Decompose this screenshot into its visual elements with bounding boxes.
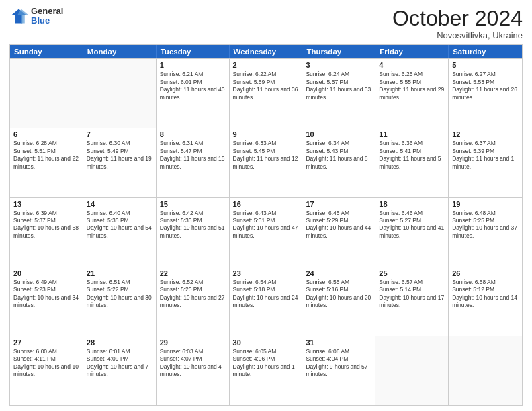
day-info: Sunrise: 6:43 AM Sunset: 5:31 PM Dayligh… (233, 210, 299, 240)
cal-cell: 2Sunrise: 6:22 AM Sunset: 5:59 PM Daylig… (230, 59, 303, 128)
cal-cell: 30Sunrise: 6:05 AM Sunset: 4:06 PM Dayli… (230, 336, 303, 405)
cal-cell (10, 59, 83, 128)
day-number: 22 (160, 269, 226, 277)
day-info: Sunrise: 6:33 AM Sunset: 5:45 PM Dayligh… (233, 140, 299, 171)
subtitle: Novosvitlivka, Ukraine (392, 30, 523, 40)
day-number: 6 (13, 130, 79, 138)
day-info: Sunrise: 6:01 AM Sunset: 4:09 PM Dayligh… (87, 348, 152, 379)
day-number: 25 (379, 269, 445, 277)
day-info: Sunrise: 6:00 AM Sunset: 4:11 PM Dayligh… (13, 348, 79, 379)
cal-header-cell-wednesday: Wednesday (230, 45, 303, 58)
day-number: 21 (87, 269, 152, 277)
cal-week-2: 6Sunrise: 6:28 AM Sunset: 5:51 PM Daylig… (10, 128, 522, 197)
day-info: Sunrise: 6:21 AM Sunset: 6:01 PM Dayligh… (160, 71, 226, 101)
day-number: 16 (233, 200, 299, 208)
day-number: 3 (306, 61, 371, 69)
day-number: 11 (379, 130, 445, 138)
day-info: Sunrise: 6:46 AM Sunset: 5:27 PM Dayligh… (379, 210, 445, 240)
cal-cell: 1Sunrise: 6:21 AM Sunset: 6:01 PM Daylig… (157, 59, 230, 128)
cal-cell: 25Sunrise: 6:57 AM Sunset: 5:14 PM Dayli… (375, 267, 449, 336)
day-number: 12 (452, 130, 519, 138)
day-number: 10 (306, 130, 371, 138)
cal-cell: 19Sunrise: 6:48 AM Sunset: 5:25 PM Dayli… (449, 198, 522, 267)
day-number: 14 (87, 200, 152, 208)
day-number: 28 (87, 338, 152, 347)
day-info: Sunrise: 6:57 AM Sunset: 5:14 PM Dayligh… (379, 279, 445, 310)
logo: General Blue (9, 7, 63, 26)
day-number: 13 (13, 200, 79, 208)
cal-header-cell-saturday: Saturday (449, 45, 522, 58)
cal-cell: 28Sunrise: 6:01 AM Sunset: 4:09 PM Dayli… (83, 336, 157, 405)
day-number: 8 (160, 130, 226, 138)
calendar-header-row: SundayMondayTuesdayWednesdayThursdayFrid… (10, 45, 522, 58)
day-info: Sunrise: 6:52 AM Sunset: 5:20 PM Dayligh… (160, 279, 226, 310)
day-number: 23 (233, 269, 299, 277)
cal-cell: 14Sunrise: 6:40 AM Sunset: 5:35 PM Dayli… (83, 198, 157, 267)
day-number: 30 (233, 338, 299, 347)
cal-cell: 12Sunrise: 6:37 AM Sunset: 5:39 PM Dayli… (449, 128, 522, 197)
day-info: Sunrise: 6:25 AM Sunset: 5:55 PM Dayligh… (379, 71, 445, 101)
logo-general-text: General (31, 7, 63, 16)
cal-header-cell-sunday: Sunday (10, 45, 83, 58)
cal-week-4: 20Sunrise: 6:49 AM Sunset: 5:23 PM Dayli… (10, 267, 522, 336)
cal-cell: 16Sunrise: 6:43 AM Sunset: 5:31 PM Dayli… (230, 198, 303, 267)
cal-cell: 31Sunrise: 6:06 AM Sunset: 4:04 PM Dayli… (302, 336, 375, 405)
cal-cell: 29Sunrise: 6:03 AM Sunset: 4:07 PM Dayli… (157, 336, 230, 405)
cal-cell: 5Sunrise: 6:27 AM Sunset: 5:53 PM Daylig… (449, 59, 522, 128)
day-info: Sunrise: 6:49 AM Sunset: 5:23 PM Dayligh… (13, 279, 79, 310)
day-info: Sunrise: 6:22 AM Sunset: 5:59 PM Dayligh… (233, 71, 299, 101)
day-info: Sunrise: 6:37 AM Sunset: 5:39 PM Dayligh… (452, 140, 519, 171)
day-number: 9 (233, 130, 299, 138)
day-info: Sunrise: 6:06 AM Sunset: 4:04 PM Dayligh… (306, 348, 371, 379)
cal-cell (449, 336, 522, 405)
cal-header-cell-tuesday: Tuesday (157, 45, 230, 58)
cal-cell: 11Sunrise: 6:36 AM Sunset: 5:41 PM Dayli… (375, 128, 449, 197)
day-info: Sunrise: 6:58 AM Sunset: 5:12 PM Dayligh… (452, 279, 519, 310)
day-info: Sunrise: 6:40 AM Sunset: 5:35 PM Dayligh… (87, 210, 152, 240)
cal-cell: 10Sunrise: 6:34 AM Sunset: 5:43 PM Dayli… (302, 128, 375, 197)
day-number: 7 (87, 130, 152, 138)
day-info: Sunrise: 6:48 AM Sunset: 5:25 PM Dayligh… (452, 210, 519, 240)
cal-week-3: 13Sunrise: 6:39 AM Sunset: 5:37 PM Dayli… (10, 197, 522, 267)
day-info: Sunrise: 6:36 AM Sunset: 5:41 PM Dayligh… (379, 140, 445, 171)
cal-cell: 17Sunrise: 6:45 AM Sunset: 5:29 PM Dayli… (302, 198, 375, 267)
cal-header-cell-monday: Monday (83, 45, 157, 58)
calendar-body: 1Sunrise: 6:21 AM Sunset: 6:01 PM Daylig… (10, 58, 522, 405)
cal-cell: 20Sunrise: 6:49 AM Sunset: 5:23 PM Dayli… (10, 267, 83, 336)
cal-header-cell-friday: Friday (375, 45, 449, 58)
day-info: Sunrise: 6:34 AM Sunset: 5:43 PM Dayligh… (306, 140, 371, 171)
day-info: Sunrise: 6:24 AM Sunset: 5:57 PM Dayligh… (306, 71, 371, 101)
logo-icon (9, 7, 28, 26)
day-info: Sunrise: 6:51 AM Sunset: 5:22 PM Dayligh… (87, 279, 152, 310)
cal-header-cell-thursday: Thursday (302, 45, 375, 58)
day-number: 19 (452, 200, 519, 208)
cal-cell: 8Sunrise: 6:31 AM Sunset: 5:47 PM Daylig… (157, 128, 230, 197)
day-info: Sunrise: 6:42 AM Sunset: 5:33 PM Dayligh… (160, 210, 226, 240)
cal-cell: 22Sunrise: 6:52 AM Sunset: 5:20 PM Dayli… (157, 267, 230, 336)
cal-cell: 3Sunrise: 6:24 AM Sunset: 5:57 PM Daylig… (302, 59, 375, 128)
month-title: October 2024 (392, 7, 523, 30)
title-block: October 2024 Novosvitlivka, Ukraine (392, 7, 523, 40)
day-number: 1 (160, 61, 226, 69)
day-info: Sunrise: 6:28 AM Sunset: 5:51 PM Dayligh… (13, 140, 79, 171)
day-number: 27 (13, 338, 79, 347)
day-info: Sunrise: 6:54 AM Sunset: 5:18 PM Dayligh… (233, 279, 299, 310)
day-number: 17 (306, 200, 371, 208)
header: General Blue October 2024 Novosvitlivka,… (9, 7, 523, 40)
day-number: 18 (379, 200, 445, 208)
day-number: 29 (160, 338, 226, 347)
cal-cell: 4Sunrise: 6:25 AM Sunset: 5:55 PM Daylig… (375, 59, 449, 128)
day-info: Sunrise: 6:05 AM Sunset: 4:06 PM Dayligh… (233, 348, 299, 379)
page: General Blue October 2024 Novosvitlivka,… (0, 0, 532, 411)
cal-cell (375, 336, 449, 405)
cal-cell: 23Sunrise: 6:54 AM Sunset: 5:18 PM Dayli… (230, 267, 303, 336)
cal-cell: 9Sunrise: 6:33 AM Sunset: 5:45 PM Daylig… (230, 128, 303, 197)
logo-text: General Blue (31, 7, 63, 26)
day-info: Sunrise: 6:30 AM Sunset: 5:49 PM Dayligh… (87, 140, 152, 171)
day-number: 24 (306, 269, 371, 277)
day-number: 4 (379, 61, 445, 69)
cal-cell: 21Sunrise: 6:51 AM Sunset: 5:22 PM Dayli… (83, 267, 157, 336)
day-info: Sunrise: 6:03 AM Sunset: 4:07 PM Dayligh… (160, 348, 226, 379)
cal-cell: 15Sunrise: 6:42 AM Sunset: 5:33 PM Dayli… (157, 198, 230, 267)
cal-cell: 13Sunrise: 6:39 AM Sunset: 5:37 PM Dayli… (10, 198, 83, 267)
